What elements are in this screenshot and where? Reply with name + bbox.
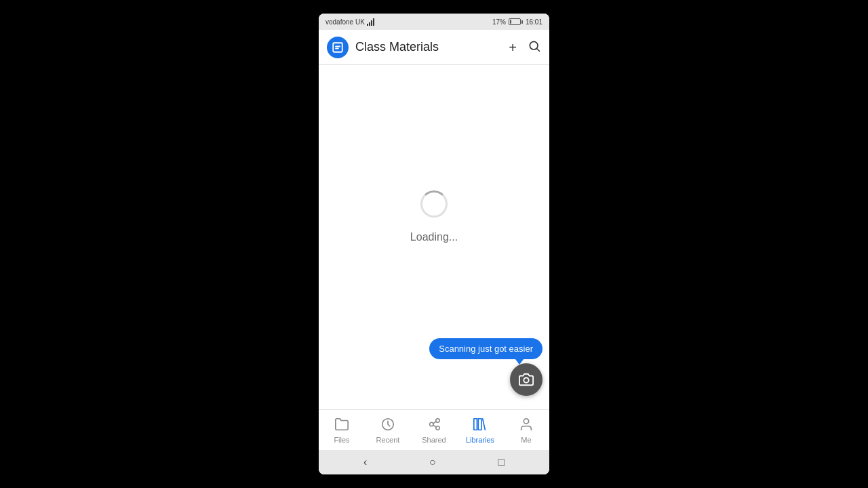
bottom-nav: Files Recent Shared [319,409,549,450]
battery-icon [509,18,523,25]
svg-rect-0 [333,43,342,52]
svg-point-5 [430,422,434,426]
svg-rect-10 [474,418,477,430]
loading-container: Loading... [410,190,458,243]
phone-frame: vodafone UK 17% 16:01 Class Materials [319,14,549,474]
nav-item-recent[interactable]: Recent [365,413,411,448]
status-left: vodafone UK [326,18,374,26]
loading-text: Loading... [410,231,458,243]
nav-item-me[interactable]: Me [503,413,549,448]
signal-bars-icon [367,18,374,26]
status-right: 17% 16:01 [492,18,542,26]
fab-area: Scanning just got easier [429,338,542,396]
android-back-button[interactable]: ‹ [363,456,367,468]
nav-item-libraries[interactable]: Libraries [457,413,503,448]
toolbar: Class Materials + [319,30,549,65]
libraries-label: Libraries [466,436,494,444]
app-logo-icon [327,37,349,58]
recent-icon [380,417,395,434]
toolbar-icons: + [509,39,541,55]
android-nav-bar: ‹ ○ □ [319,450,549,474]
files-icon [334,417,349,434]
svg-rect-11 [478,418,481,430]
svg-point-12 [524,418,528,423]
camera-fab-button[interactable] [510,363,542,396]
files-label: Files [334,436,349,444]
shared-label: Shared [422,436,446,444]
shared-icon [427,417,441,434]
status-bar: vodafone UK 17% 16:01 [319,14,549,30]
loading-spinner [420,190,448,218]
android-recent-button[interactable]: □ [498,456,505,468]
me-label: Me [521,436,531,444]
android-home-button[interactable]: ○ [429,456,436,468]
carrier-text: vodafone UK [326,18,365,26]
scan-tooltip: Scanning just got easier [429,338,542,359]
recent-label: Recent [376,436,400,444]
nav-item-shared[interactable]: Shared [411,413,457,448]
libraries-icon [473,417,488,434]
time-display: 16:01 [526,18,542,26]
svg-line-8 [433,421,436,423]
battery-percent: 17% [492,18,506,26]
add-button[interactable]: + [509,41,517,54]
svg-line-9 [433,425,436,427]
svg-point-3 [524,378,528,382]
main-content: Loading... Scanning just got easier [319,65,549,409]
svg-line-2 [537,49,540,52]
page-title: Class Materials [355,40,502,54]
me-icon [519,417,534,434]
nav-item-files[interactable]: Files [319,413,365,448]
search-button[interactable] [528,39,541,55]
